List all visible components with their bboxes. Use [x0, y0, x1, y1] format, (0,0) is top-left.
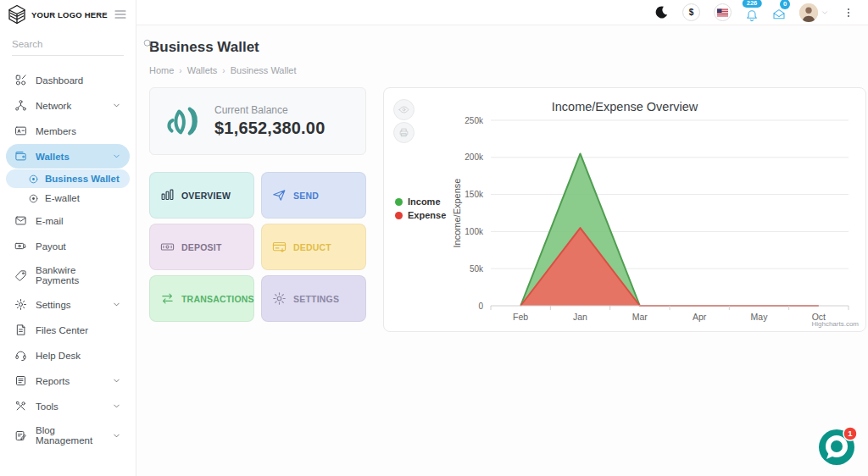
- chevron-down-icon: [112, 431, 121, 440]
- target-icon: [28, 174, 39, 185]
- notification-badge: 226: [743, 0, 762, 8]
- sidebar-item-e-wallet[interactable]: E-wallet: [6, 189, 130, 208]
- sidebar-item-settings[interactable]: Settings: [6, 292, 130, 317]
- messages-button[interactable]: 0: [772, 4, 786, 21]
- bar-chart-icon: [160, 188, 175, 202]
- breadcrumb-home[interactable]: Home: [149, 65, 174, 75]
- sidebar-item-dashboard[interactable]: Dashboard: [6, 68, 130, 92]
- svg-text:250k: 250k: [465, 116, 484, 125]
- nav-label: E-mail: [36, 216, 64, 226]
- more-options-button[interactable]: [843, 6, 854, 19]
- svg-text:50k: 50k: [470, 264, 484, 274]
- headset-icon: [14, 349, 27, 362]
- button-label: OVERVIEW: [181, 191, 231, 201]
- chevron-down-icon: [821, 8, 829, 17]
- button-label: SETTINGS: [293, 294, 339, 304]
- gear-icon: [272, 291, 287, 306]
- nav-label: Tools: [36, 401, 58, 412]
- sidebar-item-bankwire-payments[interactable]: Bankwire Payments: [6, 259, 130, 291]
- sidebar: YOUR LOGO HERE Dashboard Network: [0, 0, 136, 476]
- main-content: Business Wallet Home › Wallets › Busines…: [136, 25, 868, 476]
- dashboard-icon: [14, 74, 27, 86]
- breadcrumb-wallets[interactable]: Wallets: [187, 65, 218, 75]
- nav-label: Business Wallet: [45, 174, 120, 184]
- language-button[interactable]: [714, 3, 732, 21]
- svg-text:Income/Expense: Income/Expense: [452, 179, 462, 248]
- breadcrumb-separator: ›: [222, 66, 225, 75]
- nav-label: Dashboard: [36, 75, 83, 86]
- sidebar-item-payout[interactable]: Payout: [6, 234, 130, 258]
- target-icon: [28, 193, 39, 204]
- sidebar-nav: Dashboard Network Members Wallets: [0, 68, 136, 451]
- breadcrumb-separator: ›: [179, 66, 181, 75]
- nav-label: Blog Management: [36, 425, 103, 446]
- nav-label: Settings: [36, 300, 71, 310]
- balance-text: Current Balance $1,652,380.00: [214, 104, 326, 138]
- message-badge: 0: [780, 0, 790, 9]
- deposit-button[interactable]: DEPOSIT: [149, 224, 254, 270]
- breadcrumb: Home › Wallets › Business Wallet: [149, 65, 297, 75]
- button-label: SEND: [293, 191, 319, 201]
- us-flag-icon: [717, 8, 728, 17]
- sidebar-search: [12, 38, 124, 56]
- overview-button[interactable]: OVERVIEW: [149, 172, 254, 219]
- sidebar-item-email[interactable]: E-mail: [6, 208, 130, 233]
- search-icon[interactable]: [142, 38, 153, 49]
- sidebar-item-tools[interactable]: Tools: [6, 394, 130, 418]
- nav-label: Payout: [36, 241, 66, 252]
- chat-bubble-icon: 1: [817, 426, 858, 467]
- nav-label: Files Center: [36, 325, 88, 335]
- svg-text:0: 0: [478, 302, 483, 311]
- menu-toggle-icon[interactable]: [114, 8, 127, 21]
- envelope-icon: [14, 214, 27, 227]
- sidebar-item-reports[interactable]: Reports: [6, 368, 130, 393]
- svg-text:200k: 200k: [465, 152, 484, 162]
- chevron-down-icon: [112, 376, 121, 385]
- button-label: DEPOSIT: [181, 242, 222, 252]
- swap-arrows-icon: [160, 291, 175, 306]
- brand-logo-icon: [7, 4, 27, 25]
- nav-label: Help Desk: [36, 351, 81, 361]
- chevron-down-icon: [112, 401, 121, 411]
- chevron-down-icon: [112, 152, 121, 161]
- brand-name: YOUR LOGO HERE: [31, 10, 108, 19]
- file-icon: [14, 324, 27, 336]
- user-menu[interactable]: [799, 3, 829, 22]
- dark-mode-toggle[interactable]: [654, 5, 669, 19]
- currency-button[interactable]: $: [682, 3, 700, 21]
- price-tag-icon: [14, 269, 27, 282]
- notifications-button[interactable]: 226: [745, 3, 759, 22]
- chat-widget-button[interactable]: 1: [817, 426, 858, 467]
- top-bar: $ 226 0: [136, 0, 868, 25]
- sidebar-item-members[interactable]: Members: [6, 119, 130, 143]
- nav-label: Reports: [36, 376, 70, 386]
- send-button[interactable]: SEND: [261, 172, 366, 219]
- paper-plane-icon: [272, 188, 287, 202]
- network-icon: [14, 99, 27, 112]
- sidebar-item-business-wallet[interactable]: Business Wallet: [6, 169, 130, 188]
- chart-credit[interactable]: Highcharts.com: [811, 320, 859, 328]
- deduct-button[interactable]: DEDUCT: [261, 224, 366, 270]
- sidebar-item-network[interactable]: Network: [6, 93, 130, 118]
- sidebar-item-blog-management[interactable]: Blog Management: [6, 419, 130, 451]
- nav-label: E-wallet: [45, 193, 80, 203]
- nav-label: Members: [36, 126, 76, 136]
- sidebar-item-wallets[interactable]: Wallets: [6, 144, 130, 169]
- svg-text:100k: 100k: [465, 227, 484, 236]
- members-icon: [14, 125, 27, 137]
- svg-text:May: May: [751, 312, 769, 322]
- nav-label: Network: [36, 101, 71, 111]
- sidebar-item-help-desk[interactable]: Help Desk: [6, 343, 130, 368]
- sidebar-item-files-center[interactable]: Files Center: [6, 318, 130, 342]
- settings-button[interactable]: SETTINGS: [261, 275, 366, 322]
- search-input[interactable]: [12, 39, 142, 49]
- envelope-open-icon: [772, 8, 786, 21]
- button-label: DEDUCT: [293, 242, 331, 252]
- transactions-button[interactable]: TRANSACTIONS: [149, 275, 254, 322]
- blog-icon: [14, 429, 27, 442]
- nav-label: Wallets: [36, 152, 70, 162]
- chevron-down-icon: [112, 300, 121, 309]
- moon-icon: [654, 5, 669, 19]
- wallet-actions: OVERVIEW SEND DEPOSIT DEDUCT TRANSACTION…: [149, 172, 366, 322]
- svg-text:150k: 150k: [465, 190, 484, 199]
